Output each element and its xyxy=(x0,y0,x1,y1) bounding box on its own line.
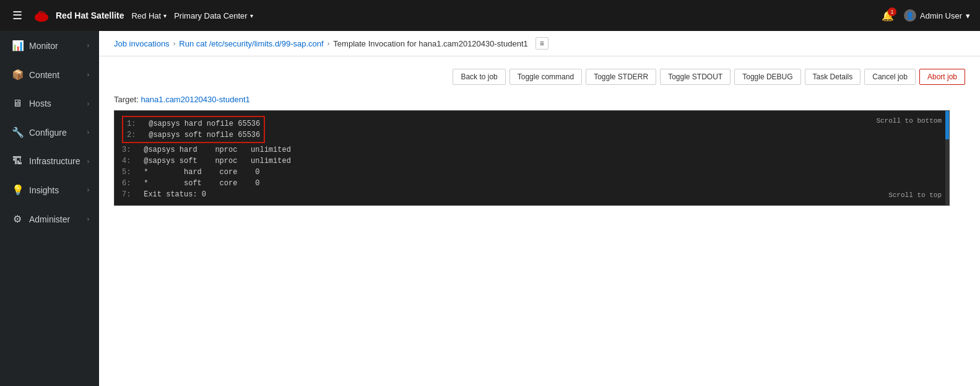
target-label: Target: xyxy=(114,95,139,104)
breadcrumb-job-invocations-link[interactable]: Job invocations xyxy=(114,39,170,48)
terminal-line-text: @sapsys soft nproc unlimited xyxy=(139,156,291,167)
insights-icon: 💡 xyxy=(12,184,23,196)
cancel-job-button[interactable]: Cancel job xyxy=(864,69,916,85)
content-icon: 📦 xyxy=(12,69,23,81)
terminal-line-number: 4: xyxy=(122,156,139,167)
administer-caret-icon: › xyxy=(87,216,89,222)
toggle-debug-button[interactable]: Toggle DEBUG xyxy=(734,69,800,85)
terminal-line-text: @sapsys hard nproc unlimited xyxy=(139,144,291,156)
sidebar-item-content[interactable]: 📦 Content › xyxy=(0,60,99,89)
sidebar-item-configure-label: Configure xyxy=(29,128,67,138)
sidebar-item-configure[interactable]: 🔧 Configure › xyxy=(0,118,99,147)
terminal-line: 7: Exit status: 0 xyxy=(122,189,875,200)
terminal-line-number: 6: xyxy=(122,178,139,189)
scroll-to-bottom-button[interactable]: Scroll to bottom xyxy=(876,116,942,126)
terminal-line: 4: @sapsys soft nproc unlimited xyxy=(122,156,875,167)
topnav-right-area: 🔔 1 👤 Admin User ▾ xyxy=(882,9,970,22)
top-navigation: ☰ Red Hat Satellite Red Hat ▾ Primary Da… xyxy=(0,0,980,31)
terminal-line-text: @sapsys soft nofile 65536 xyxy=(144,129,260,141)
toggle-stdout-button[interactable]: Toggle STDOUT xyxy=(660,69,731,85)
terminal-line-number: 5: xyxy=(122,167,139,178)
sidebar-item-monitor[interactable]: 📊 Monitor › xyxy=(0,31,99,60)
page-body: Back to job Toggle command Toggle STDERR… xyxy=(99,56,980,218)
sidebar-item-monitor-label: Monitor xyxy=(29,41,58,51)
notifications-button[interactable]: 🔔 1 xyxy=(882,10,894,22)
terminal-line: 3: @sapsys hard nproc unlimited xyxy=(122,144,875,156)
terminal-line-number: 2: xyxy=(127,129,144,141)
terminal-line-text: Exit status: 0 xyxy=(139,189,206,200)
sidebar-item-insights-label: Insights xyxy=(29,185,59,195)
scroll-to-top-button[interactable]: Scroll to top xyxy=(888,190,942,201)
target-line: Target: hana1.cam20120430-student1 xyxy=(114,95,965,104)
hosts-caret-icon: › xyxy=(87,100,89,107)
terminal-scrollbar xyxy=(945,111,949,205)
app-logo: Red Hat Satellite xyxy=(32,6,124,25)
sidebar-item-content-label: Content xyxy=(29,70,59,80)
configure-caret-icon: › xyxy=(87,129,89,136)
redhat-logo-icon xyxy=(32,6,51,25)
back-to-job-button[interactable]: Back to job xyxy=(453,69,505,85)
location-label: Primary Data Center xyxy=(174,11,247,20)
terminal-line: 5: * hard core 0 xyxy=(122,167,875,178)
location-dropdown[interactable]: Primary Data Center ▾ xyxy=(174,11,253,20)
user-avatar-icon: 👤 xyxy=(904,9,916,22)
location-caret-icon: ▾ xyxy=(250,12,253,19)
breadcrumb-current-page: Template Invocation for hana1.cam2012043… xyxy=(333,39,527,48)
main-content: Job invocations › Run cat /etc/security/… xyxy=(99,31,980,386)
toggle-command-button[interactable]: Toggle command xyxy=(510,69,582,85)
terminal-line-number: 7: xyxy=(122,189,139,200)
notification-badge: 1 xyxy=(888,7,896,16)
target-host-link[interactable]: hana1.cam20120430-student1 xyxy=(141,95,249,104)
org-label: Red Hat xyxy=(131,11,161,20)
terminal-content: 1: @sapsys hard nofile 65536 2: @sapsys … xyxy=(115,111,949,205)
terminal-line-number: 1: xyxy=(127,118,144,129)
infrastructure-icon: 🏗 xyxy=(12,156,23,167)
terminal-highlighted-block: 1: @sapsys hard nofile 65536 2: @sapsys … xyxy=(122,116,265,143)
toggle-stderr-button[interactable]: Toggle STDERR xyxy=(586,69,656,85)
org-dropdown[interactable]: Red Hat ▾ xyxy=(131,11,167,20)
sidebar-item-hosts-label: Hosts xyxy=(29,99,51,108)
infrastructure-caret-icon: › xyxy=(87,158,89,165)
content-caret-icon: › xyxy=(87,71,89,78)
terminal-line-number: 3: xyxy=(122,144,139,156)
hosts-icon: 🖥 xyxy=(12,98,23,109)
configure-icon: 🔧 xyxy=(12,126,23,138)
monitor-caret-icon: › xyxy=(87,42,89,49)
breadcrumb-menu-button[interactable]: ≡ xyxy=(536,37,549,50)
terminal-scrollbar-thumb xyxy=(945,111,949,139)
terminal-line: 6: * soft core 0 xyxy=(122,178,875,189)
breadcrumb-sep-2: › xyxy=(327,40,330,47)
user-menu-caret-icon: ▾ xyxy=(966,11,970,20)
breadcrumb: Job invocations › Run cat /etc/security/… xyxy=(99,31,980,56)
hamburger-menu-button[interactable]: ☰ xyxy=(10,6,25,25)
sidebar-item-insights[interactable]: 💡 Insights › xyxy=(0,175,99,204)
administer-icon: ⚙ xyxy=(12,213,23,225)
terminal-line-text: @sapsys hard nofile 65536 xyxy=(144,118,260,129)
abort-job-button[interactable]: Abort job xyxy=(919,69,965,85)
sidebar: 📊 Monitor › 📦 Content › 🖥 Hosts › 🔧 Conf… xyxy=(0,31,99,386)
terminal-line: 2: @sapsys soft nofile 65536 xyxy=(127,129,260,141)
user-menu-button[interactable]: 👤 Admin User ▾ xyxy=(904,9,970,22)
breadcrumb-sep-1: › xyxy=(173,40,176,47)
terminal-line-text: * soft core 0 xyxy=(139,178,259,189)
monitor-icon: 📊 xyxy=(12,40,23,51)
app-name-label: Red Hat Satellite xyxy=(56,11,124,20)
sidebar-item-administer[interactable]: ⚙ Administer › xyxy=(0,204,99,234)
task-details-button[interactable]: Task Details xyxy=(805,69,861,85)
terminal-line-text: * hard core 0 xyxy=(139,167,259,178)
terminal-line: 1: @sapsys hard nofile 65536 xyxy=(127,118,260,129)
user-name-label: Admin User xyxy=(920,11,962,20)
action-bar: Back to job Toggle command Toggle STDERR… xyxy=(114,69,965,85)
org-caret-icon: ▾ xyxy=(163,12,167,19)
sidebar-item-infrastructure[interactable]: 🏗 Infrastructure › xyxy=(0,147,99,175)
terminal-output[interactable]: Scroll to bottom 1: @sapsys hard nofile … xyxy=(114,110,950,206)
sidebar-item-administer-label: Administer xyxy=(29,214,70,224)
sidebar-item-hosts[interactable]: 🖥 Hosts › xyxy=(0,89,99,118)
breadcrumb-run-cat-link[interactable]: Run cat /etc/security/limits.d/99-sap.co… xyxy=(179,39,323,48)
insights-caret-icon: › xyxy=(87,186,89,193)
svg-point-1 xyxy=(35,13,48,22)
sidebar-item-infrastructure-label: Infrastructure xyxy=(29,156,80,166)
